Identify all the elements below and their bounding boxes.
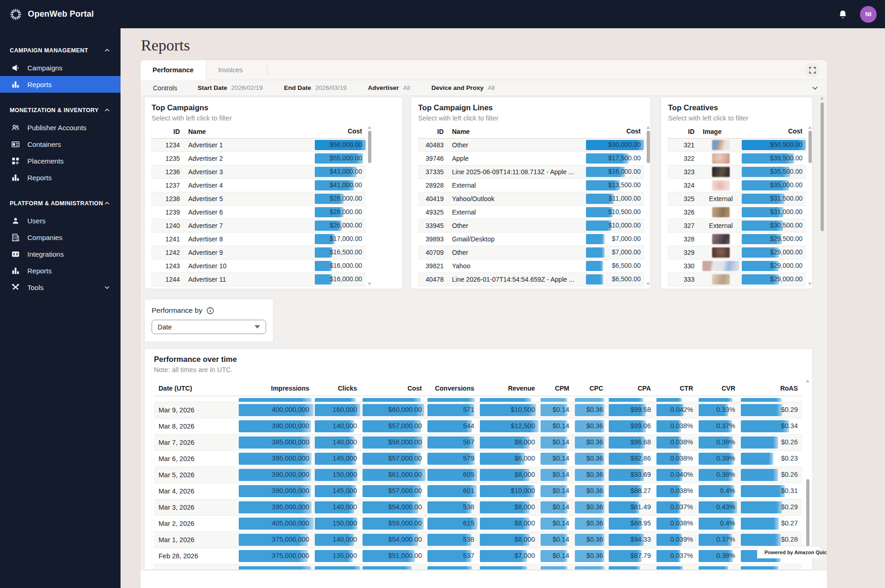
notifications-bell-icon[interactable] <box>838 9 848 19</box>
table-row[interactable]: 40709 Other $7,000.00 <box>418 246 644 259</box>
user-avatar[interactable]: NI <box>860 6 877 23</box>
panel-scrollbar[interactable] <box>646 125 650 286</box>
filter-end-date[interactable]: End Date2026/03/19 <box>284 84 347 91</box>
tab-divider <box>267 65 267 75</box>
table-row[interactable]: 1235 Advertiser 2 $55,000.00 <box>151 152 366 165</box>
table-row[interactable]: 322 $39,500.00 <box>668 152 806 165</box>
table-row[interactable]: 1242 Advertiser 9 $16,500.00 <box>151 246 366 259</box>
clipped-table-row <box>154 396 802 402</box>
filter-device-proxy[interactable]: Device and ProxyAll <box>431 84 495 91</box>
date-cell: Mar 8, 2026 <box>154 418 237 434</box>
sidebar-item-tools[interactable]: Tools <box>0 279 121 296</box>
table-row[interactable]: 1244 Advertiser 11 $16,000.00 <box>151 273 366 286</box>
table-row[interactable]: 1243 Advertiser 10 $16,000.00 <box>151 259 366 273</box>
controls-collapse-chevron-icon[interactable] <box>811 84 819 92</box>
sidebar-section-header[interactable]: MONETIZATION & INVENTORY <box>0 105 121 115</box>
creative-image-cell: External <box>701 192 741 205</box>
cost-cell: $61,000.00 <box>361 467 426 483</box>
sidebar-section-header[interactable]: PLATFORM & ADMINISTRATION <box>0 198 121 209</box>
table-row[interactable]: Mar 5, 2026 390,000,000 150,000 $61,000.… <box>154 467 802 483</box>
table-row[interactable]: 28928 External $13,500.00 <box>418 179 644 192</box>
cpc-cell: $0.36 <box>573 564 607 570</box>
sidebar-item-users[interactable]: Users <box>0 212 121 229</box>
table-row[interactable]: 1234 Advertiser 1 $58,000.00 <box>151 139 366 152</box>
table-row[interactable]: Mar 8, 2026 390,000,000 140,000 $57,000.… <box>154 418 802 435</box>
sidebar-item-campaigns[interactable]: Campaigns <box>0 59 121 76</box>
table-row[interactable]: Mar 3, 2026 395,000,000 140,000 $54,000.… <box>154 499 802 516</box>
panel-scrollbar[interactable] <box>808 125 812 286</box>
table-row[interactable]: 40419 Yahoo/Outlook $11,000.00 <box>418 192 644 206</box>
sidebar-item-reports-admin[interactable]: Reports <box>0 262 121 279</box>
chevron-down-icon <box>104 284 110 291</box>
tab-invoices[interactable]: Invoices <box>206 60 255 80</box>
table-row[interactable]: 327 External $30,500.00 <box>668 219 806 233</box>
roas-cell <box>739 564 802 570</box>
sidebar-item-publisher-accounts[interactable]: Publisher Accounts <box>0 119 121 136</box>
filter-start-date[interactable]: Start Date2026/02/19 <box>197 84 262 91</box>
app-title: OpenWeb Portal <box>28 9 94 19</box>
sidebar-item-integrations[interactable]: Integrations <box>0 246 121 262</box>
sidebar-item-reports-inventory[interactable]: Reports <box>0 169 121 186</box>
sidebar-section-header[interactable]: CAMPAIGN MANAGEMENT <box>0 45 121 56</box>
table-row[interactable]: Mar 2, 2026 405,000,000 150,000 $59,000.… <box>154 516 802 532</box>
table-row[interactable]: 1238 Advertiser 5 $28,000.00 <box>151 192 366 206</box>
table-row[interactable]: 328 $29,500.00 <box>668 233 806 246</box>
cost-cell: $57,000.00 <box>361 418 426 434</box>
table-row[interactable]: 323 $35,500.00 <box>668 165 806 179</box>
panel-scrollbar[interactable] <box>367 125 372 286</box>
table-row[interactable]: Mar 7, 2026 385,000,000 140,000 $58,000.… <box>154 435 802 451</box>
table-row[interactable]: 33945 Other $10,000.00 <box>418 219 644 233</box>
table-row[interactable]: Mar 4, 2026 390,000,000 145,000 $57,000.… <box>154 483 802 499</box>
fullscreen-button[interactable] <box>805 63 820 77</box>
table-row[interactable]: 1236 Advertiser 3 $43,000.00 <box>151 165 366 179</box>
performance-by-dropdown[interactable]: Date <box>152 320 266 334</box>
tab-performance[interactable]: Performance <box>140 60 206 80</box>
cost-cell: $10,000.00 <box>585 219 644 232</box>
table-row[interactable]: 37335 Line 2025-06-09T14:11:08.713Z - Ap… <box>418 165 644 179</box>
cost-cell: $28,000.00 <box>314 192 366 205</box>
table-row[interactable]: 1241 Advertiser 8 $17,000.00 <box>151 233 366 246</box>
table-row[interactable]: 329 $29,000.00 <box>668 246 806 259</box>
table-row[interactable]: 1240 Advertiser 7 $26,000.00 <box>151 219 366 233</box>
table-row[interactable]: 49325 External $10,500.00 <box>418 206 644 219</box>
app-logo-starburst-icon <box>9 8 22 21</box>
table-row[interactable]: 324 $35,000.00 <box>668 179 806 192</box>
conversions-cell: 544 <box>426 564 478 570</box>
sidebar-item-containers[interactable]: Containers <box>0 136 121 152</box>
table-row[interactable]: 325 External $31,500.00 <box>668 192 806 206</box>
cpa-cell: $88.95 <box>607 516 655 531</box>
performance-table-scrollbar[interactable] <box>806 379 810 566</box>
table-row[interactable]: 40483 Other $30,000.00 <box>418 139 644 152</box>
table-row[interactable]: 40478 Line 2026-01-07T14:54:54.659Z - Ap… <box>418 273 644 286</box>
table-row[interactable]: Feb 28, 2026 375,000,000 135,000 $51,000… <box>154 548 802 564</box>
table-header: ID Name Cost <box>151 125 366 139</box>
dashboard-scrollbar[interactable] <box>820 96 824 571</box>
table-row[interactable]: Mar 1, 2026 375,000,000 140,000 $54,000.… <box>154 532 802 548</box>
table-row[interactable]: 330 $29,000.00 <box>668 259 806 273</box>
table-row[interactable]: 39821 Yahoo $6,500.00 <box>418 259 644 273</box>
sidebar-item-placements[interactable]: Placements <box>0 152 121 169</box>
table-row[interactable]: 326 $31,000.00 <box>668 206 806 219</box>
cpa-cell: $99.58 <box>607 402 655 418</box>
filter-advertiser[interactable]: AdvertiserAll <box>368 84 410 91</box>
info-icon[interactable] <box>206 307 214 315</box>
sidebar-item-companies[interactable]: Companies <box>0 229 121 246</box>
table-header: ID Name Cost <box>418 125 644 139</box>
sidebar-item-reports[interactable]: Reports <box>0 76 121 93</box>
table-row[interactable]: 1239 Advertiser 6 $28,000.00 <box>151 206 366 219</box>
table-row[interactable]: Feb 27, 2026 390,000,000 160,000 $48,000… <box>154 564 802 570</box>
table-row[interactable]: 1237 Advertiser 4 $41,000.00 <box>151 179 366 192</box>
table-row[interactable]: 333 $29,000.00 <box>668 273 806 286</box>
table-body: 321 $50,500.00 322 $39,500.00 323 $35,50… <box>668 139 806 286</box>
table-row[interactable]: 321 $50,500.00 <box>668 139 806 152</box>
cost-cell: $11,000.00 <box>585 192 644 205</box>
table-row[interactable]: Mar 9, 2026 400,000,000 160,000 $60,000.… <box>154 402 802 418</box>
chevron-up-icon <box>104 107 110 114</box>
cvr-cell: 0.37% <box>697 532 739 548</box>
table-row[interactable]: Mar 6, 2026 395,000,000 145,000 $57,000.… <box>154 451 802 467</box>
table-row[interactable]: 39893 Gmail/Desktop $7,000.00 <box>418 233 644 246</box>
cost-cell: $54,000.00 <box>361 532 426 548</box>
table-row[interactable]: 39746 Apple $17,500.00 <box>418 152 644 165</box>
cpm-cell: $0.14 <box>539 435 573 450</box>
cvr-cell: 0.39% <box>697 451 739 467</box>
